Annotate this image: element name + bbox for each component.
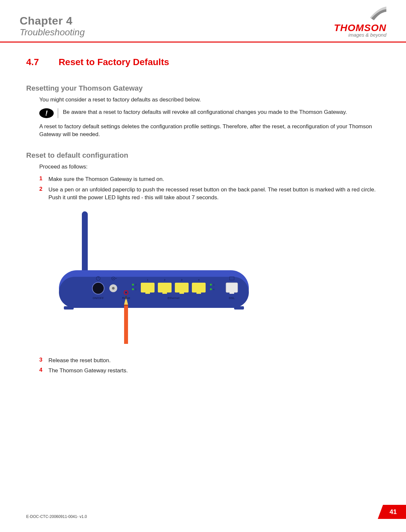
footer-doc-id: E-DOC-CTC-20060911-0041- v1.0 — [26, 514, 87, 519]
step-2: 2 Use a pen or an unfolded paperclip to … — [39, 186, 386, 202]
svg-text:1: 1 — [135, 288, 137, 291]
svg-text:4: 4 — [198, 278, 200, 281]
label-dsl: DSL — [229, 296, 235, 300]
page-content: 4.7 Reset to Factory Defaults Resetting … — [0, 43, 406, 375]
label-onoff: ON/OFF — [93, 296, 104, 300]
brand-swoosh-icon — [370, 7, 386, 22]
svg-text:3: 3 — [213, 284, 214, 286]
step-text-3: Release the reset button. — [48, 357, 111, 364]
section-title: Reset to Factory Defaults — [59, 57, 169, 67]
subhead-resetting: Resetting your Thomson Gateway — [26, 84, 386, 93]
pencil-icon — [124, 296, 128, 344]
callout-divider — [58, 108, 58, 118]
svg-point-14 — [125, 292, 127, 293]
svg-text:2: 2 — [135, 284, 137, 286]
svg-rect-3 — [64, 306, 74, 310]
svg-rect-4 — [234, 306, 244, 310]
step-num-4: 4 — [39, 367, 48, 373]
svg-point-33 — [210, 288, 212, 290]
svg-rect-19 — [141, 283, 155, 293]
footer-page-number: 41 — [378, 505, 406, 519]
step-text-1: Make sure the Thomson Gateway is turned … — [48, 175, 164, 183]
warning-callout: ! Be aware that a reset to factory defau… — [39, 108, 386, 118]
router-illustration: ON/OFF Reset 2 1 — [52, 211, 386, 347]
brand-logo: THOMSON — [334, 22, 386, 33]
svg-text:4: 4 — [213, 288, 214, 291]
svg-rect-40 — [124, 305, 128, 344]
exclamation-icon: ! — [39, 108, 54, 118]
intro-text-1: You might consider a reset to factory de… — [39, 96, 386, 104]
callout-text: Be aware that a reset to factory default… — [63, 108, 347, 116]
label-ethernet: Ethernet — [168, 296, 180, 300]
section-heading: 4.7 Reset to Factory Defaults — [26, 56, 386, 68]
after-text: A reset to factory default settings dele… — [39, 123, 386, 138]
svg-rect-35 — [226, 283, 238, 293]
svg-point-31 — [210, 284, 212, 286]
svg-rect-22 — [192, 283, 206, 293]
step-4: 4 The Thomson Gateway restarts. — [39, 367, 386, 375]
svg-point-11 — [113, 278, 114, 279]
svg-point-17 — [132, 288, 134, 290]
svg-rect-25 — [179, 292, 184, 294]
step-text-4: The Thomson Gateway restarts. — [48, 367, 128, 375]
step-1: 1 Make sure the Thomson Gateway is turne… — [39, 175, 386, 183]
subhead-procedure: Reset to default configuration — [26, 151, 386, 160]
step-num-3: 3 — [39, 357, 48, 363]
step-text-2: Use a pen or an unfolded paperclip to pu… — [48, 186, 386, 202]
svg-rect-21 — [175, 283, 189, 293]
step-num-1: 1 — [39, 175, 48, 182]
page-header: Chapter 4 Troubleshooting THOMSON images… — [20, 7, 386, 41]
header-right: THOMSON images & beyond — [334, 7, 386, 38]
subsection-resetting: Resetting your Thomson Gateway You might… — [26, 84, 386, 138]
svg-rect-41 — [124, 305, 128, 306]
svg-rect-24 — [162, 292, 167, 294]
svg-rect-23 — [145, 292, 150, 294]
step-num-2: 2 — [39, 186, 48, 192]
svg-point-5 — [92, 282, 104, 294]
svg-text:1: 1 — [147, 278, 149, 281]
svg-point-7 — [112, 287, 115, 290]
header-left: Chapter 4 Troubleshooting — [20, 14, 85, 38]
svg-text:2: 2 — [164, 278, 166, 281]
subsection-procedure: Reset to default configuration Proceed a… — [26, 151, 386, 375]
intro-text-2: Proceed as follows: — [39, 163, 386, 171]
svg-rect-36 — [230, 292, 234, 294]
svg-point-15 — [132, 284, 134, 286]
page-footer: E-DOC-CTC-20060911-0041- v1.0 41 — [0, 505, 406, 519]
chapter-subtitle: Troubleshooting — [20, 27, 85, 38]
step-3: 3 Release the reset button. — [39, 357, 386, 364]
svg-rect-20 — [158, 283, 172, 293]
svg-text:3: 3 — [181, 278, 183, 281]
page-header-wrap: Chapter 4 Troubleshooting THOMSON images… — [0, 0, 406, 41]
section-number: 4.7 — [26, 57, 56, 67]
svg-rect-26 — [196, 292, 201, 294]
chapter-title: Chapter 4 — [20, 14, 85, 27]
